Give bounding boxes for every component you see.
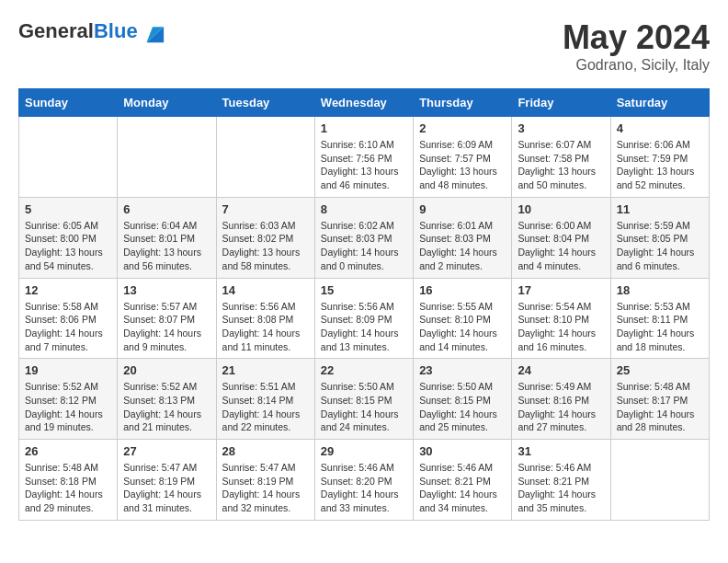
- day-number: 25: [617, 363, 703, 377]
- calendar-cell: 9Sunrise: 6:01 AMSunset: 8:03 PMDaylight…: [414, 197, 512, 278]
- calendar-week-4: 19Sunrise: 5:52 AMSunset: 8:12 PMDayligh…: [19, 359, 710, 440]
- day-number: 28: [222, 444, 309, 458]
- calendar-cell: 7Sunrise: 6:03 AMSunset: 8:02 PMDaylight…: [216, 197, 314, 278]
- day-info: Sunrise: 5:56 AMSunset: 8:08 PMDaylight:…: [222, 300, 309, 354]
- day-number: 26: [25, 444, 111, 458]
- calendar-cell: 31Sunrise: 5:46 AMSunset: 8:21 PMDayligh…: [512, 440, 610, 521]
- day-number: 1: [321, 121, 407, 135]
- weekday-header-friday: Friday: [512, 89, 610, 117]
- location-title: Godrano, Sicily, Italy: [563, 57, 710, 74]
- day-number: 17: [518, 283, 604, 297]
- calendar-week-1: 1Sunrise: 6:10 AMSunset: 7:56 PMDaylight…: [19, 117, 710, 198]
- day-number: 4: [617, 121, 703, 135]
- day-info: Sunrise: 5:46 AMSunset: 8:21 PMDaylight:…: [518, 461, 604, 515]
- day-number: 20: [123, 363, 210, 377]
- day-number: 31: [518, 444, 604, 458]
- calendar-cell: 4Sunrise: 6:06 AMSunset: 7:59 PMDaylight…: [610, 117, 709, 198]
- day-number: 29: [321, 444, 407, 458]
- calendar-cell: 3Sunrise: 6:07 AMSunset: 7:58 PMDaylight…: [512, 117, 610, 198]
- calendar-week-2: 5Sunrise: 6:05 AMSunset: 8:00 PMDaylight…: [19, 197, 710, 278]
- calendar-cell: 12Sunrise: 5:58 AMSunset: 8:06 PMDayligh…: [19, 278, 118, 359]
- calendar-cell: [610, 440, 709, 521]
- day-info: Sunrise: 5:50 AMSunset: 8:15 PMDaylight:…: [419, 380, 506, 434]
- day-info: Sunrise: 5:58 AMSunset: 8:06 PMDaylight:…: [25, 300, 111, 354]
- calendar-cell: 17Sunrise: 5:54 AMSunset: 8:10 PMDayligh…: [512, 278, 610, 359]
- weekday-header-sunday: Sunday: [19, 89, 118, 117]
- day-number: 16: [419, 283, 506, 297]
- calendar-cell: 20Sunrise: 5:52 AMSunset: 8:13 PMDayligh…: [118, 359, 216, 440]
- day-info: Sunrise: 6:09 AMSunset: 7:57 PMDaylight:…: [419, 138, 506, 192]
- logo-general-text: General: [18, 19, 94, 42]
- day-info: Sunrise: 5:57 AMSunset: 8:07 PMDaylight:…: [123, 300, 210, 354]
- weekday-header-saturday: Saturday: [610, 89, 709, 117]
- day-info: Sunrise: 5:47 AMSunset: 8:19 PMDaylight:…: [222, 461, 309, 515]
- weekday-header-row: SundayMondayTuesdayWednesdayThursdayFrid…: [19, 89, 710, 117]
- calendar-cell: 30Sunrise: 5:46 AMSunset: 8:21 PMDayligh…: [414, 440, 512, 521]
- calendar-cell: 29Sunrise: 5:46 AMSunset: 8:20 PMDayligh…: [314, 440, 413, 521]
- calendar-cell: 1Sunrise: 6:10 AMSunset: 7:56 PMDaylight…: [314, 117, 413, 198]
- day-info: Sunrise: 6:02 AMSunset: 8:03 PMDaylight:…: [321, 219, 407, 273]
- logo-blue-text: Blue: [94, 19, 138, 42]
- calendar-cell: 22Sunrise: 5:50 AMSunset: 8:15 PMDayligh…: [314, 359, 413, 440]
- day-number: 14: [222, 283, 309, 297]
- day-info: Sunrise: 5:54 AMSunset: 8:10 PMDaylight:…: [518, 300, 604, 354]
- day-number: 6: [123, 202, 210, 216]
- day-info: Sunrise: 5:48 AMSunset: 8:17 PMDaylight:…: [617, 380, 703, 434]
- day-number: 19: [25, 363, 111, 377]
- day-number: 8: [321, 202, 407, 216]
- calendar-cell: 24Sunrise: 5:49 AMSunset: 8:16 PMDayligh…: [512, 359, 610, 440]
- calendar-cell: 10Sunrise: 6:00 AMSunset: 8:04 PMDayligh…: [512, 197, 610, 278]
- calendar-cell: 8Sunrise: 6:02 AMSunset: 8:03 PMDaylight…: [314, 197, 413, 278]
- weekday-header-thursday: Thursday: [414, 89, 512, 117]
- logo-icon: [140, 18, 165, 44]
- day-info: Sunrise: 5:46 AMSunset: 8:20 PMDaylight:…: [321, 461, 407, 515]
- day-info: Sunrise: 6:03 AMSunset: 8:02 PMDaylight:…: [222, 219, 309, 273]
- calendar-cell: 27Sunrise: 5:47 AMSunset: 8:19 PMDayligh…: [118, 440, 216, 521]
- day-number: 5: [25, 202, 111, 216]
- calendar-week-5: 26Sunrise: 5:48 AMSunset: 8:18 PMDayligh…: [19, 440, 710, 521]
- calendar-week-3: 12Sunrise: 5:58 AMSunset: 8:06 PMDayligh…: [19, 278, 710, 359]
- day-info: Sunrise: 5:56 AMSunset: 8:09 PMDaylight:…: [321, 300, 407, 354]
- day-number: 10: [518, 202, 604, 216]
- calendar-cell: 14Sunrise: 5:56 AMSunset: 8:08 PMDayligh…: [216, 278, 314, 359]
- calendar-cell: 15Sunrise: 5:56 AMSunset: 8:09 PMDayligh…: [314, 278, 413, 359]
- day-info: Sunrise: 5:53 AMSunset: 8:11 PMDaylight:…: [617, 300, 703, 354]
- calendar-cell: 16Sunrise: 5:55 AMSunset: 8:10 PMDayligh…: [414, 278, 512, 359]
- day-info: Sunrise: 6:04 AMSunset: 8:01 PMDaylight:…: [123, 219, 210, 273]
- day-info: Sunrise: 5:48 AMSunset: 8:18 PMDaylight:…: [25, 461, 111, 515]
- day-number: 15: [321, 283, 407, 297]
- month-title: May 2024: [563, 18, 710, 57]
- day-info: Sunrise: 5:52 AMSunset: 8:12 PMDaylight:…: [25, 380, 111, 434]
- day-number: 7: [222, 202, 309, 216]
- page-header: GeneralBlue May 2024 Godrano, Sicily, It…: [18, 18, 710, 74]
- day-number: 22: [321, 363, 407, 377]
- day-info: Sunrise: 6:10 AMSunset: 7:56 PMDaylight:…: [321, 138, 407, 192]
- day-number: 21: [222, 363, 309, 377]
- calendar-cell: 25Sunrise: 5:48 AMSunset: 8:17 PMDayligh…: [610, 359, 709, 440]
- calendar-cell: 11Sunrise: 5:59 AMSunset: 8:05 PMDayligh…: [610, 197, 709, 278]
- calendar-cell: [19, 117, 118, 198]
- day-info: Sunrise: 6:00 AMSunset: 8:04 PMDaylight:…: [518, 219, 604, 273]
- day-info: Sunrise: 5:47 AMSunset: 8:19 PMDaylight:…: [123, 461, 210, 515]
- day-info: Sunrise: 5:50 AMSunset: 8:15 PMDaylight:…: [321, 380, 407, 434]
- calendar-cell: 6Sunrise: 6:04 AMSunset: 8:01 PMDaylight…: [118, 197, 216, 278]
- weekday-header-wednesday: Wednesday: [314, 89, 413, 117]
- calendar-cell: 19Sunrise: 5:52 AMSunset: 8:12 PMDayligh…: [19, 359, 118, 440]
- day-info: Sunrise: 6:05 AMSunset: 8:00 PMDaylight:…: [25, 219, 111, 273]
- day-number: 23: [419, 363, 506, 377]
- weekday-header-monday: Monday: [118, 89, 216, 117]
- calendar-table: SundayMondayTuesdayWednesdayThursdayFrid…: [18, 88, 710, 521]
- day-number: 18: [617, 283, 703, 297]
- calendar-cell: 18Sunrise: 5:53 AMSunset: 8:11 PMDayligh…: [610, 278, 709, 359]
- day-info: Sunrise: 5:46 AMSunset: 8:21 PMDaylight:…: [419, 461, 506, 515]
- day-info: Sunrise: 6:01 AMSunset: 8:03 PMDaylight:…: [419, 219, 506, 273]
- day-info: Sunrise: 5:49 AMSunset: 8:16 PMDaylight:…: [518, 380, 604, 434]
- weekday-header-tuesday: Tuesday: [216, 89, 314, 117]
- calendar-cell: [118, 117, 216, 198]
- day-info: Sunrise: 6:06 AMSunset: 7:59 PMDaylight:…: [617, 138, 703, 192]
- day-number: 3: [518, 121, 604, 135]
- day-info: Sunrise: 5:55 AMSunset: 8:10 PMDaylight:…: [419, 300, 506, 354]
- day-number: 2: [419, 121, 506, 135]
- calendar-cell: 28Sunrise: 5:47 AMSunset: 8:19 PMDayligh…: [216, 440, 314, 521]
- calendar-cell: 5Sunrise: 6:05 AMSunset: 8:00 PMDaylight…: [19, 197, 118, 278]
